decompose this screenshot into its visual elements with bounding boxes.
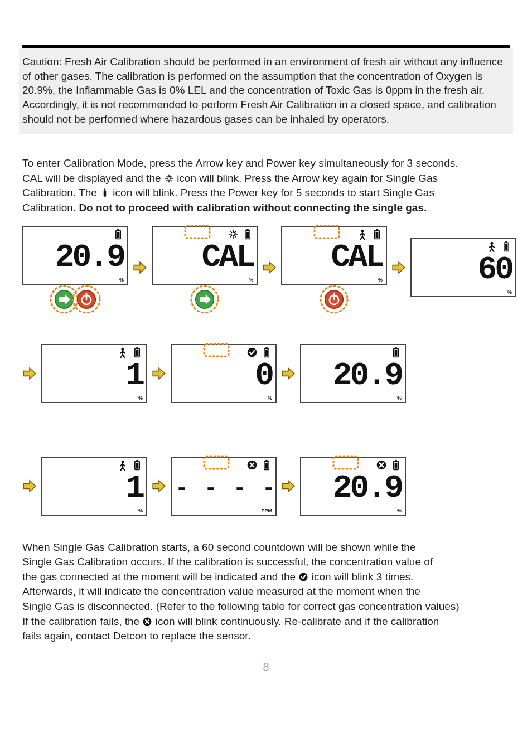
lcd-status-icons [376,459,402,471]
lcd-unit-label: % [268,395,272,401]
blink-indicator [332,455,359,470]
blink-indicator [313,225,340,239]
lcd-status-icons [228,229,253,240]
result-l6-post: icon will blink continuously. Re-calibra… [156,616,439,627]
x-badge-icon [376,459,387,471]
sequence-row-1: 20.9%CAL%CAL%60% [22,226,510,309]
intro-line1: To enter Calibration Mode, press the Arr… [22,157,458,169]
lcd-unit-label: % [138,395,143,401]
button-row [54,289,96,309]
sequence-row-3: 1%- - - -PPM20.9% [22,457,510,516]
arrow-right-icon [281,479,296,493]
sequence-step: CAL% [152,226,258,309]
power-button-icon [76,289,96,309]
person-alarm-icon [357,229,368,240]
lcd-unit-label: % [119,277,124,283]
arrow-right-icon [22,479,37,493]
result-l1: When Single Gas Calibration starts, a 60… [22,541,416,553]
check-badge-icon [246,347,258,358]
lcd-main-reading: CAL [156,241,253,274]
intro-line2-post: icon will blink. Press the Arrow key aga… [177,172,438,184]
battery-icon [371,229,383,240]
result-l3-post: icon will blink 3 times. [312,571,414,583]
arrow-right-icon [262,260,277,275]
caution-text: Caution: Fresh Air Calibration should be… [22,56,503,125]
lcd-screen: 20.9% [22,226,128,285]
arrow-button-icon [195,289,215,309]
blink-indicator [203,343,230,357]
battery-icon [390,459,402,471]
person-alarm-icon [486,241,497,252]
intro-line4-bold: Do not to proceed with calibration witho… [79,202,427,214]
arrow-right-icon [391,260,406,275]
battery-icon [501,241,512,252]
person-alarm-icon [117,459,128,471]
lcd-status-icons [113,229,124,240]
document-page: Caution: Fresh Air Calibration should be… [0,0,532,756]
result-paragraph: When Single Gas Calibration starts, a 60… [22,540,510,644]
battery-icon [113,229,124,240]
lcd-main-reading: 1 [46,360,143,392]
battery-icon [132,459,143,471]
battery-icon [390,347,402,358]
lcd-main-reading: 60 [415,254,512,286]
x-badge-icon [246,459,258,471]
lcd-status-icons [117,347,143,358]
intro-line3-post: icon will blink. Press the Power key for… [113,187,434,198]
lcd-screen: CAL% [152,226,258,285]
arrow-button-icon [54,289,74,309]
lcd-status-icons [357,229,383,240]
lcd-unit-label: % [397,508,402,513]
page-number: 8 [22,661,510,673]
lcd-status-icons [246,459,272,471]
x-badge-icon [142,617,152,627]
lcd-unit-label: % [378,277,383,283]
lcd-unit-label: % [397,395,402,401]
result-l2: Single Gas Calibration occurs. If the ca… [22,556,433,568]
battery-icon [261,459,272,471]
intro-paragraph: To enter Calibration Mode, press the Arr… [22,156,510,215]
lcd-status-icons [486,241,512,252]
power-button-icon [324,289,344,309]
blink-indicator [203,455,230,470]
person-alarm-icon [117,347,128,358]
lcd-main-reading: 20.9 [27,241,124,274]
sequence-step: 60% [410,238,516,297]
lcd-status-icons [117,459,143,471]
sequence-row-2: 1%0%20.9% [22,344,510,403]
result-l7: fails again, contact Detcon to replace t… [22,630,251,642]
lcd-main-reading: 0 [175,360,272,392]
lcd-unit-label: PPM [261,508,272,513]
caution-box: Caution: Fresh Air Calibration should be… [19,48,513,134]
lcd-unit-label: % [249,277,253,283]
lcd-main-reading: 20.9 [304,472,402,505]
sequence-step: CAL% [281,226,387,309]
lcd-screen: 1% [41,457,147,516]
lcd-main-reading: CAL [286,241,383,274]
lcd-screen: CAL% [281,226,387,285]
intro-line2-pre: CAL will be displayed and the [22,172,164,184]
arrow-right-icon [133,260,147,275]
intro-line3-pre: Calibration. The [22,187,100,198]
button-row [324,289,344,309]
lcd-screen: 20.9% [300,457,406,516]
lcd-main-reading: 1 [46,472,143,505]
lcd-screen: 60% [410,238,516,297]
fresh-air-icon [228,229,239,240]
result-l3-pre: the gas connected at the moment will be … [22,571,298,583]
battery-icon [242,229,253,240]
blink-indicator [184,225,211,239]
lcd-status-icons [390,347,402,358]
lcd-screen: 1% [41,344,147,403]
check-badge-icon [298,572,308,582]
battery-icon [261,347,272,358]
lcd-unit-label: % [138,508,143,513]
button-row [195,289,215,309]
lcd-screen: 20.9% [300,344,406,403]
arrow-right-icon [281,366,296,381]
arrow-right-icon [152,366,166,381]
arrow-right-icon [152,479,166,493]
lcd-main-reading: 20.9 [304,360,402,392]
lcd-main-reading: - - - - [175,478,272,500]
arrow-right-icon [22,366,37,381]
